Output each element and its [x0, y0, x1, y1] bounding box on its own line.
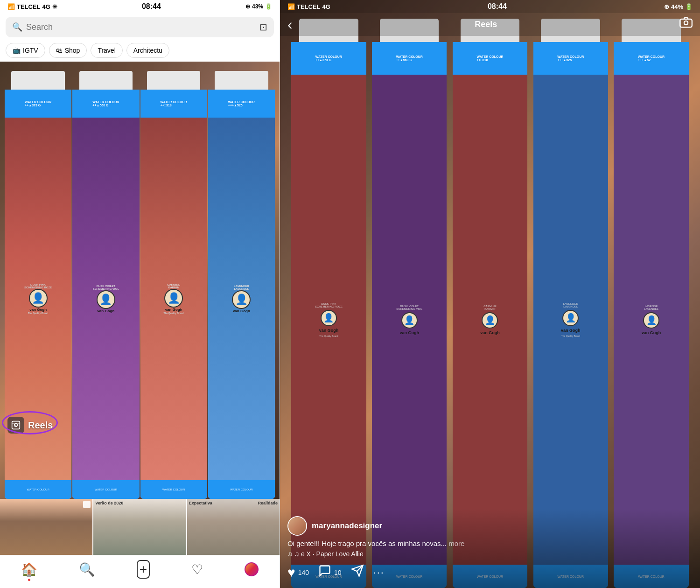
main-image-container: WATER COLOUR++▲373 G DUSK PINKSCHEMERING… — [0, 62, 280, 499]
tube-4: WATER COLOUR+++▲525 LAVENDERLAVENDEL 👤 v… — [208, 62, 275, 499]
tab-igtv[interactable]: 📺 IGTV — [6, 43, 45, 58]
right-status-bar: 📶 TELCEL 4G 08:44 ⊕ 44% 🔋 — [280, 0, 700, 13]
bottom-nav: 🏠 🔍 + ♡ — [0, 555, 280, 588]
search-icon: 🔍 — [12, 22, 22, 32]
action-share[interactable] — [351, 564, 364, 581]
avatar-inner — [288, 517, 306, 535]
comment-icon — [318, 564, 331, 581]
more-link[interactable]: more — [448, 539, 464, 547]
left-status-right: ⊕ 43% 🔋 — [245, 3, 272, 10]
vg-text-r5: van Gogh — [642, 330, 661, 335]
username[interactable]: maryannadesigner — [312, 521, 382, 531]
tab-shop[interactable]: 🛍 Shop — [49, 43, 87, 58]
heart-icon: ♥ — [287, 565, 295, 580]
search-bar[interactable]: 🔍 ⊡ — [6, 17, 274, 37]
right-tube-body-5: WATER COLOUR+++▲52 LAVENDELAVENDEL 👤 van… — [614, 42, 688, 588]
vg-text-r1: van Gogh — [319, 328, 339, 333]
nav-profile[interactable] — [245, 562, 259, 576]
right-tube-5: WATER COLOUR+++▲52 LAVENDELAVENDEL 👤 van… — [612, 5, 691, 588]
right-tube-2: WATER COLOUR++▲560 G DUSK VIOLETSCHEMERI… — [370, 5, 449, 588]
signal-icon: 📶 — [7, 3, 15, 10]
home-icon: 🏠 — [21, 562, 37, 577]
user-avatar[interactable] — [287, 516, 307, 536]
verao-label: Verão de 2020 — [95, 501, 123, 505]
right-blue-band-2: WATER COLOUR++▲560 G — [372, 42, 447, 75]
time-left: 08:44 — [142, 2, 161, 11]
right-bottom-overlay: maryannadesigner Oi gente!!! Hoje trago … — [280, 509, 700, 588]
thumb-item-2[interactable]: Verão de 2020 — [93, 499, 186, 555]
nav-search[interactable]: 🔍 — [79, 562, 95, 577]
shop-icon: 🛍 — [56, 47, 63, 54]
left-panel: 📶 TELCEL 4G ✳ 08:44 ⊕ 43% 🔋 🔍 ⊡ 📺 IGTV 🛍… — [0, 0, 280, 588]
like-count: 140 — [298, 569, 309, 576]
tube-blue-4: WATER COLOUR+++▲525 — [208, 90, 275, 118]
nav-add[interactable]: + — [137, 560, 150, 579]
action-group-left: ♥ 140 10 — [287, 564, 385, 581]
igtv-label: IGTV — [23, 47, 38, 54]
right-status-left: 📶 TELCEL 4G — [287, 3, 330, 10]
right-carrier: TELCEL — [297, 3, 321, 10]
search-input[interactable] — [26, 22, 256, 32]
home-dot — [28, 579, 30, 581]
location-icon: ⊕ — [245, 3, 250, 10]
scan-icon[interactable]: ⊡ — [259, 21, 267, 33]
tube-body-1: WATER COLOUR++▲373 G DUSK PINKSCHEMERING… — [5, 90, 71, 499]
tab-travel[interactable]: Travel — [91, 43, 122, 58]
right-tube-body-2: WATER COLOUR++▲560 G DUSK VIOLETSCHEMERI… — [372, 42, 447, 588]
thumb-item-1[interactable] — [0, 499, 92, 555]
right-tube-body-1: WATER COLOUR++▲373 G DUSK PINKSCHEMERING… — [291, 42, 366, 588]
add-icon: + — [137, 560, 150, 579]
van-gogh-text-3: van Gogh — [165, 308, 182, 312]
svg-point-2 — [15, 425, 17, 426]
left-status-bar: 📶 TELCEL 4G ✳ 08:44 ⊕ 43% 🔋 — [0, 0, 280, 13]
igtv-icon: 📺 — [13, 47, 21, 54]
shop-label: Shop — [65, 47, 80, 54]
action-comment[interactable]: 10 — [318, 564, 342, 581]
thumb-item-3[interactable]: Expectativa Realidade — [187, 499, 280, 555]
svg-rect-4 — [680, 19, 692, 28]
tube-bottom-2: WATER COLOUR — [72, 480, 139, 499]
reels-label: Reels — [28, 420, 53, 431]
right-time: 08:44 — [488, 2, 507, 11]
tube-body-2: WATER COLOUR++▲560 G DUSK VIOLETSCHEMERI… — [72, 90, 139, 499]
van-gogh-face-1: 👤 — [29, 289, 48, 308]
caption-content: Oi gente!!! Hoje trago pra vocês as minh… — [287, 539, 447, 547]
right-blue-band-1: WATER COLOUR++▲373 G — [291, 42, 366, 75]
action-more[interactable]: ··· — [373, 567, 385, 579]
tube-cap-1 — [11, 71, 65, 90]
vg-text-r4: van Gogh — [561, 328, 581, 333]
tube-bottom-4: WATER COLOUR — [208, 480, 275, 499]
network-left: 4G — [42, 3, 50, 10]
right-signal-icon: 📶 — [287, 3, 295, 10]
nav-heart[interactable]: ♡ — [191, 562, 203, 577]
right-tube-body-3: WATER COLOUR++□318 CARMINEKARMIN 👤 van G… — [453, 42, 527, 588]
right-battery-icon: 🔋 — [685, 3, 693, 10]
tube-blue-2: WATER COLOUR++▲560 G — [72, 90, 139, 118]
music-info: ♫ ♫ e X · Paper Love Allie — [287, 550, 693, 558]
svg-point-5 — [684, 21, 688, 25]
right-main-image: WATER COLOUR++▲373 G DUSK PINKSCHEMERING… — [280, 0, 700, 588]
thumbnail-grid: Verão de 2020 Expectativa Realidade — [0, 499, 280, 555]
action-like[interactable]: ♥ 140 — [287, 565, 309, 580]
reels-overlay[interactable]: Reels — [7, 417, 53, 434]
tube-bottom-1: WATER COLOUR — [5, 480, 71, 499]
right-tube-body-4: WATER COLOUR+++▲525 LAVENDERLAVENDEL 👤 v… — [533, 42, 608, 588]
tube-cap-4 — [215, 71, 268, 90]
search-nav-icon: 🔍 — [79, 562, 95, 577]
left-status-left: 📶 TELCEL 4G ✳ — [7, 3, 57, 10]
van-gogh-face-4: 👤 — [232, 290, 251, 309]
expectativa-label: Expectativa — [189, 501, 212, 505]
camera-button[interactable] — [679, 16, 693, 33]
tube-body-4: WATER COLOUR+++▲525 LAVENDERLAVENDEL 👤 v… — [208, 90, 275, 499]
right-tube-content-5: LAVENDELAVENDEL 👤 van Gogh — [614, 75, 688, 565]
main-image: WATER COLOUR++▲373 G DUSK PINKSCHEMERING… — [0, 62, 280, 499]
tube-3: WATER COLOUR++□318 CARMINEKARMIN 👤 van G… — [140, 62, 207, 499]
nav-home[interactable]: 🏠 — [21, 562, 37, 577]
right-tube-content-1: DUSK PINKSCHEMERING ROZE 👤 van Gogh The … — [291, 75, 366, 565]
back-button[interactable]: ‹ — [287, 16, 293, 33]
travel-label: Travel — [98, 47, 115, 54]
tab-architecture[interactable]: Architectu — [126, 43, 169, 58]
right-network: 4G — [322, 3, 330, 10]
tube-cap-3 — [147, 71, 201, 90]
right-battery: 44% — [671, 3, 683, 10]
